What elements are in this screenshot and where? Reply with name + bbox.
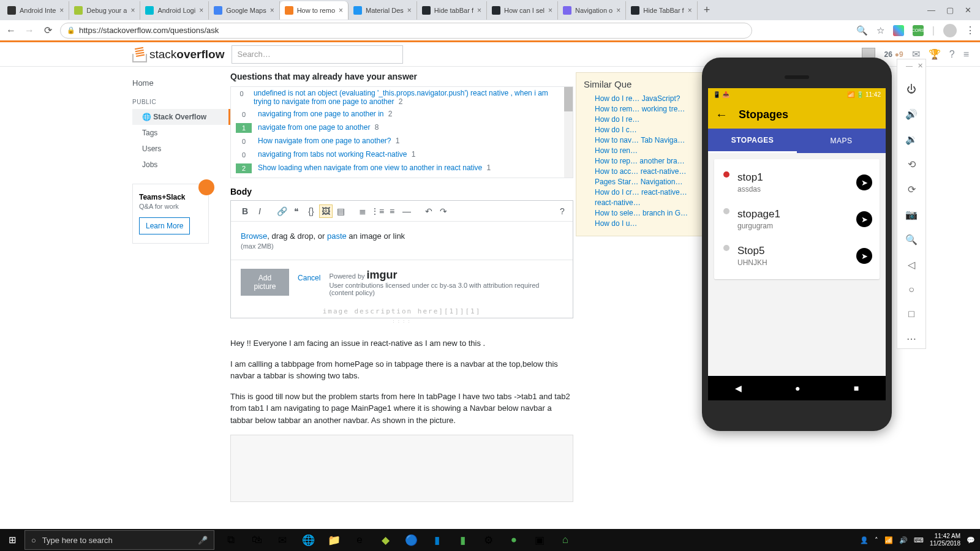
close-icon[interactable]: × xyxy=(339,6,343,15)
browser-tab[interactable]: Hide TabBar f× xyxy=(626,1,697,20)
resize-grip[interactable]: : : : : xyxy=(230,318,573,324)
vscode-icon[interactable]: ▮ xyxy=(424,529,450,551)
profile-avatar[interactable] xyxy=(943,24,957,37)
forward-button[interactable]: → xyxy=(23,25,36,36)
volume-up-icon[interactable]: 🔊 xyxy=(905,108,918,120)
quote-icon[interactable]: ❝ xyxy=(290,204,303,218)
suggestion-link[interactable]: navigate from one page to another xyxy=(258,123,370,132)
more-icon[interactable]: ⋯ xyxy=(907,333,916,345)
emulator-icon[interactable]: ▮ xyxy=(450,529,475,551)
help-icon[interactable]: ? xyxy=(949,49,955,60)
explorer-icon[interactable]: 📁 xyxy=(321,529,347,551)
power-icon[interactable]: ⏻ xyxy=(907,84,916,95)
menu-icon[interactable]: ⋮ xyxy=(965,24,975,36)
tab-stopages[interactable]: STOPAGES xyxy=(708,129,797,153)
close-icon[interactable]: ✕ xyxy=(918,62,923,70)
close-icon[interactable]: × xyxy=(548,6,552,15)
close-icon[interactable]: × xyxy=(616,6,620,15)
zoom-icon[interactable]: 🔍 xyxy=(905,234,918,246)
nav-recent-icon[interactable]: ■ xyxy=(854,383,859,393)
volume-icon[interactable]: 🔊 xyxy=(899,536,908,544)
browser-tab[interactable]: Android Inte× xyxy=(2,1,69,20)
minimize-icon[interactable]: — xyxy=(906,62,913,70)
volume-down-icon[interactable]: 🔉 xyxy=(905,133,918,145)
suggestion-link[interactable]: Show loading when navigate from one view… xyxy=(258,163,482,172)
mail-icon[interactable]: ✉ xyxy=(270,529,295,551)
nav-home-icon[interactable]: ● xyxy=(795,383,800,393)
reputation[interactable]: 26●9 xyxy=(884,50,903,59)
olist-icon[interactable]: ≣ xyxy=(356,204,369,218)
url-input[interactable]: 🔒 https://stackoverflow.com/questions/as… xyxy=(60,23,752,39)
browser-tab[interactable]: Material Des× xyxy=(349,1,417,20)
new-tab-button[interactable]: + xyxy=(698,4,717,17)
browser-tab[interactable]: Android Logi× xyxy=(140,1,209,20)
redo-icon[interactable]: ↷ xyxy=(437,204,450,218)
close-icon[interactable]: × xyxy=(477,6,481,15)
close-icon[interactable]: × xyxy=(270,6,274,15)
app-icon[interactable]: ● xyxy=(501,529,527,551)
bookmark-icon[interactable]: ☆ xyxy=(876,25,884,36)
camera-icon[interactable]: 📷 xyxy=(905,209,918,220)
add-picture-button[interactable]: Add picture xyxy=(241,269,289,296)
stop-row[interactable]: stopage1gurgugram ➤ xyxy=(722,201,872,238)
paste-link[interactable]: paste xyxy=(327,231,347,241)
code-icon[interactable]: {} xyxy=(304,204,318,218)
people-icon[interactable]: 👤 xyxy=(860,536,869,544)
reload-button[interactable]: ⟳ xyxy=(42,24,54,36)
home-icon[interactable]: ○ xyxy=(908,284,914,295)
link-icon[interactable]: 🔗 xyxy=(275,204,288,218)
start-button[interactable]: ⊞ xyxy=(0,529,24,551)
browser-tab[interactable]: Hide tabBar f× xyxy=(417,1,487,20)
cancel-button[interactable]: Cancel xyxy=(298,269,320,282)
back-button[interactable]: ← xyxy=(5,25,17,36)
browser-tab[interactable]: How can I sel× xyxy=(487,1,558,20)
zoom-icon[interactable]: 🔍 xyxy=(856,25,868,36)
android-studio-icon[interactable]: ◆ xyxy=(372,529,398,551)
help-icon[interactable]: ? xyxy=(556,204,569,218)
stop-row[interactable]: Stop5UHNJKH ➤ xyxy=(722,238,872,274)
close-icon[interactable]: × xyxy=(199,6,203,15)
overview-icon[interactable]: □ xyxy=(908,309,914,320)
close-icon[interactable]: × xyxy=(407,6,412,15)
maximize-icon[interactable]: ▢ xyxy=(946,6,954,15)
rotate-left-icon[interactable]: ⟲ xyxy=(908,159,916,170)
ulist-icon[interactable]: ⋮≡ xyxy=(371,204,384,218)
compass-icon[interactable]: ➤ xyxy=(856,211,872,227)
notification-icon[interactable]: 💬 xyxy=(967,536,975,544)
achievements-icon[interactable]: 🏆 xyxy=(929,48,941,60)
close-icon[interactable]: × xyxy=(59,6,64,15)
tab-maps[interactable]: MAPS xyxy=(797,129,886,153)
stop-row[interactable]: stop1assdas ➤ xyxy=(722,164,872,201)
close-icon[interactable]: × xyxy=(688,6,692,15)
avd-icon[interactable]: ⌂ xyxy=(552,529,578,551)
search-input[interactable]: Search… xyxy=(232,45,403,64)
browser-tab[interactable]: Google Maps× xyxy=(209,1,279,20)
suggestion-link[interactable]: navigating from one page to another in xyxy=(258,110,383,118)
minimize-icon[interactable]: — xyxy=(927,6,935,15)
suggestion-link[interactable]: navigating from tabs not working React-n… xyxy=(258,150,407,159)
browser-tab-active[interactable]: How to remo× xyxy=(280,1,349,20)
close-window-icon[interactable]: ✕ xyxy=(965,6,971,15)
rotate-right-icon[interactable]: ⟳ xyxy=(908,184,916,195)
bold-icon[interactable]: B xyxy=(238,204,252,218)
snippet-icon[interactable]: ▤ xyxy=(334,204,347,218)
back-icon[interactable]: ◁ xyxy=(908,259,915,271)
so-logo[interactable]: stackoverflow xyxy=(132,47,224,62)
extension-icon[interactable] xyxy=(893,25,904,36)
browser-tab[interactable]: Navigation o× xyxy=(558,1,626,20)
nav-back-icon[interactable]: ◀ xyxy=(735,383,742,393)
browse-link[interactable]: Browse xyxy=(241,231,267,241)
suggestion-link[interactable]: How navigate from one page to another? xyxy=(258,137,391,145)
italic-icon[interactable]: I xyxy=(253,204,266,218)
network-icon[interactable]: 📶 xyxy=(884,536,893,544)
extension-cors-icon[interactable]: CORS xyxy=(913,25,924,36)
site-switcher-icon[interactable]: ≡ xyxy=(963,49,969,60)
back-arrow-icon[interactable]: ← xyxy=(715,108,728,122)
close-icon[interactable]: × xyxy=(130,6,135,15)
settings-icon[interactable]: ⚙ xyxy=(475,529,501,551)
undo-icon[interactable]: ↶ xyxy=(422,204,435,218)
heading-icon[interactable]: ≡ xyxy=(385,204,399,218)
edge2-icon[interactable]: e xyxy=(347,529,372,551)
chrome-icon[interactable]: 🔵 xyxy=(398,529,424,551)
compass-icon[interactable]: ➤ xyxy=(856,248,872,264)
